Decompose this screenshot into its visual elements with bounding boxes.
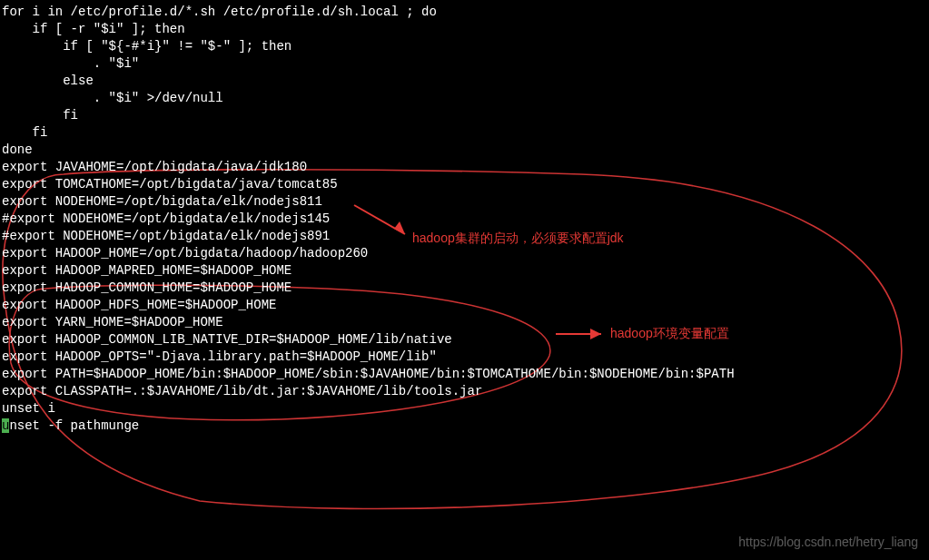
terminal-line: export JAVAHOME=/opt/bigdata/java/jdk180 [2,159,927,176]
terminal-line: else [2,73,927,90]
terminal-line: export HADOOP_HDFS_HOME=$HADOOP_HOME [2,297,927,314]
terminal-line: . "$i" >/dev/null [2,90,927,107]
terminal-line: . "$i" [2,55,927,73]
terminal-line: #export NODEHOME=/opt/bigdata/elk/nodejs… [2,211,927,228]
terminal-line: fi [2,124,927,142]
terminal-line: export HADOOP_COMMON_LIB_NATIVE_DIR=$HAD… [2,331,927,349]
terminal-line: export TOMCATHOME=/opt/bigdata/java/tomc… [2,176,927,193]
terminal-output: for i in /etc/profile.d/*.sh /etc/profil… [0,0,929,438]
terminal-line: export HADOOP_MAPRED_HOME=$HADOOP_HOME [2,262,927,280]
terminal-line: export CLASSPATH=.:$JAVAHOME/lib/dt.jar:… [2,383,927,400]
terminal-line: export PATH=$HADOOP_HOME/bin:$HADOOP_HOM… [2,366,927,383]
terminal-line: export YARN_HOME=$HADOOP_HOME [2,314,927,331]
terminal-line: #export NODEHOME=/opt/bigdata/elk/nodejs… [2,228,927,245]
watermark-text: https://blog.csdn.net/hetry_liang [738,534,918,551]
terminal-line: export HADOOP_HOME=/opt/bigdata/hadoop/h… [2,245,927,262]
terminal-line: unset -f pathmunge [2,418,927,435]
terminal-line: fi [2,107,927,124]
terminal-line: export HADOOP_OPTS="-Djava.library.path=… [2,349,927,366]
cursor: u [2,418,9,433]
terminal-line: export HADOOP_COMMON_HOME=$HADOOP_HOME [2,280,927,297]
terminal-line: export NODEHOME=/opt/bigdata/elk/nodejs8… [2,193,927,211]
terminal-line: unset i [2,400,927,418]
terminal-line: if [ -r "$i" ]; then [2,21,927,38]
terminal-line: if [ "${-#*i}" != "$-" ]; then [2,38,927,55]
terminal-line: for i in /etc/profile.d/*.sh /etc/profil… [2,4,927,21]
terminal-line: done [2,142,927,159]
